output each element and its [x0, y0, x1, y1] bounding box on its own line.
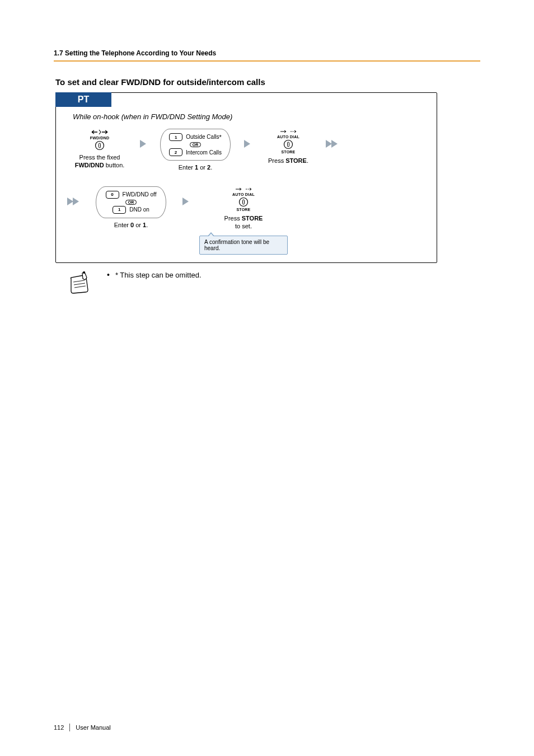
arrow-right-icon — [139, 139, 148, 149]
store-label: STORE — [282, 150, 296, 154]
svg-rect-1 — [99, 143, 101, 148]
footer-divider — [69, 724, 70, 731]
text: Press the fixed — [79, 154, 120, 161]
flow-row-2: 0 FWD/DND off OR 1 DND on Enter 0 or 1. — [66, 186, 437, 255]
step-enter-0-or-1: 0 FWD/DND off OR 1 DND on Enter 0 or 1. — [86, 186, 176, 229]
svg-point-2 — [284, 140, 293, 149]
note-text: •* This step can be omitted. — [107, 271, 202, 279]
flow-row-1: FWD/DND Press the fixed FWD/DND button. … — [66, 129, 437, 172]
header-rule — [54, 60, 480, 62]
text-bold: FWD/DND — [75, 162, 104, 168]
fwddnd-arrows-icon — [88, 129, 111, 135]
opt-text: DND on — [129, 206, 149, 213]
context-text: While on-hook (when in FWD/DND Setting M… — [73, 112, 437, 121]
page-footer: 112 User Manual — [54, 724, 111, 731]
arrow-right-double-icon — [325, 139, 339, 149]
autodial-label: AUTO DIAL — [232, 192, 255, 196]
svg-point-4 — [240, 198, 248, 206]
notepad-icon — [68, 271, 90, 295]
text: Press — [224, 215, 242, 222]
text: Press — [268, 157, 285, 164]
fwddnd-label: FWD/DND — [90, 136, 109, 140]
or-pill: OR — [125, 200, 137, 205]
step4-caption: Enter 0 or 1. — [114, 222, 148, 229]
svg-rect-5 — [243, 200, 245, 204]
button-icon — [283, 139, 293, 149]
options-bubble: 0 FWD/DND off OR 1 DND on — [96, 186, 166, 218]
flow-arrow — [176, 186, 196, 217]
note-row: •* This step can be omitted. — [68, 271, 480, 295]
text-bold: STORE — [242, 215, 263, 222]
step1-caption: Press the fixed FWD/DND button. — [75, 154, 125, 170]
svg-point-6 — [83, 272, 85, 274]
flow-arrow — [133, 129, 153, 159]
button-icon — [238, 197, 249, 207]
pt-tab: PT — [55, 92, 111, 107]
step-press-fwddnd: FWD/DND Press the fixed FWD/DND button. — [66, 129, 133, 170]
key-1: 1 — [169, 133, 182, 141]
step5-caption: Press STORE to set. — [224, 215, 263, 231]
opt-text: Intercom Calls — [186, 149, 222, 156]
section-header: 1.7 Setting the Telephone According to Y… — [54, 49, 480, 57]
options-bubble: 1 Outside Calls* OR 2 Intercom Calls — [160, 129, 231, 161]
text: . — [146, 222, 148, 228]
arrow-right-icon — [181, 196, 190, 206]
text: button. — [104, 162, 125, 168]
text: or — [198, 164, 207, 171]
svg-point-0 — [96, 142, 104, 150]
or-pill: OR — [190, 142, 202, 147]
flow-arrow-continue — [319, 129, 345, 159]
key-1: 1 — [113, 206, 126, 214]
step-press-store-2: AUTO DIAL STORE Press STORE to set. A co… — [196, 186, 291, 255]
step-press-store-1: AUTO DIAL STORE Press STORE. — [257, 129, 319, 165]
text: or — [134, 222, 143, 228]
text: * This step can be omitted. — [115, 271, 202, 279]
arrow-right-icon — [243, 139, 252, 149]
step3-caption: Press STORE. — [268, 157, 308, 165]
asterisk-icon: * — [219, 134, 222, 140]
autodial-label: AUTO DIAL — [277, 135, 299, 139]
flow-arrow-continue — [66, 186, 86, 217]
store-label: STORE — [237, 208, 251, 212]
bullet-icon: • — [107, 270, 110, 279]
flow-arrow — [237, 129, 257, 159]
text: . — [210, 164, 212, 171]
procedure-diagram: PT While on-hook (when in FWD/DND Settin… — [55, 92, 437, 263]
text-bold: STORE — [285, 157, 307, 164]
text: . — [307, 157, 308, 164]
opt-text: FWD/DND off — [123, 191, 157, 198]
arrow-right-double-icon — [66, 196, 81, 206]
svg-rect-3 — [288, 142, 289, 147]
text: Outside Calls — [186, 134, 219, 140]
text: to set. — [235, 223, 252, 229]
button-icon — [95, 140, 105, 151]
page-number: 112 — [54, 724, 64, 731]
key-0: 0 — [106, 191, 119, 199]
subheading: To set and clear FWD/DND for outside/int… — [55, 77, 480, 87]
text: Enter — [179, 164, 195, 171]
confirmation-tooltip: A confirmation tone will be heard. — [199, 236, 288, 255]
step-enter-1-or-2: 1 Outside Calls* OR 2 Intercom Calls Ent… — [153, 129, 237, 172]
text: Enter — [114, 222, 130, 228]
key-2: 2 — [169, 148, 182, 156]
step2-caption: Enter 1 or 2. — [179, 164, 213, 172]
manual-label: User Manual — [76, 724, 110, 731]
opt-text: Outside Calls* — [186, 134, 222, 140]
autodial-icon — [277, 129, 299, 134]
autodial-icon — [232, 186, 255, 192]
